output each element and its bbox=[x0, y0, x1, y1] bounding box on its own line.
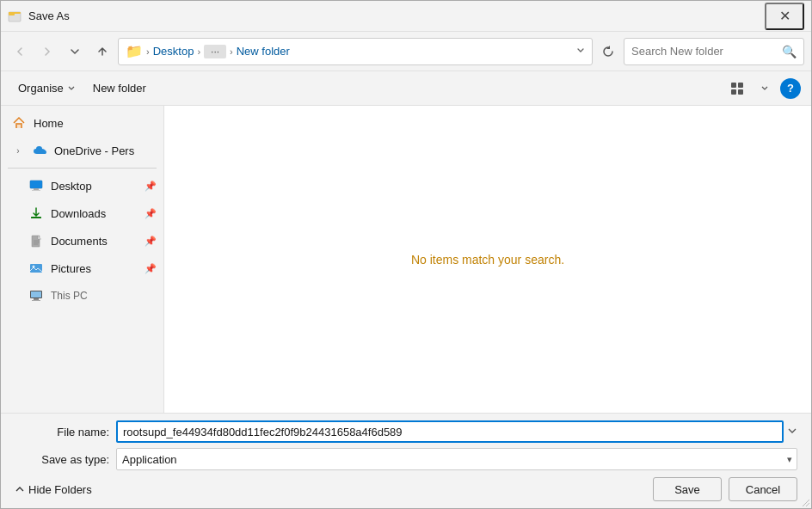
svg-rect-13 bbox=[31, 217, 41, 218]
svg-rect-2 bbox=[9, 12, 21, 14]
sidebar-item-downloads[interactable]: Downloads 📌 bbox=[1, 199, 163, 227]
sidebar-item-onedrive[interactable]: › OneDrive - Pers bbox=[1, 137, 163, 164]
filename-input[interactable] bbox=[116, 420, 784, 443]
close-button[interactable]: ✕ bbox=[765, 3, 804, 30]
sidebar-item-onedrive-label: OneDrive - Pers bbox=[54, 144, 157, 157]
empty-message: No items match your search. bbox=[411, 253, 564, 267]
sidebar-item-desktop-label: Desktop bbox=[51, 180, 138, 193]
organise-button[interactable]: Organise bbox=[11, 77, 83, 101]
computer-icon bbox=[28, 288, 44, 304]
filename-label: File name: bbox=[15, 426, 109, 438]
breadcrumb-newfolder[interactable]: New folder bbox=[237, 45, 290, 58]
sidebar-item-documents[interactable]: Documents 📌 bbox=[1, 227, 163, 254]
dropdown-button[interactable] bbox=[63, 40, 87, 64]
downloads-icon bbox=[28, 205, 44, 221]
up-button[interactable] bbox=[90, 40, 114, 64]
refresh-button[interactable] bbox=[596, 40, 620, 64]
save-button[interactable]: Save bbox=[653, 477, 722, 501]
sidebar-item-desktop[interactable]: Desktop 📌 bbox=[1, 172, 163, 199]
svg-rect-22 bbox=[34, 298, 39, 300]
svg-rect-21 bbox=[31, 291, 41, 297]
svg-rect-10 bbox=[30, 181, 42, 188]
expand-icon: › bbox=[11, 137, 25, 164]
svg-rect-3 bbox=[731, 83, 736, 88]
svg-line-24 bbox=[803, 500, 809, 506]
savetype-select[interactable]: Application bbox=[116, 448, 797, 470]
view-dropdown-button[interactable] bbox=[753, 77, 777, 101]
sidebar-item-thispc[interactable]: This PC bbox=[1, 282, 163, 310]
action-bar: Hide Folders Save Cancel bbox=[15, 477, 797, 501]
content-area: Home › OneDrive - Pers bbox=[1, 106, 811, 413]
home-icon bbox=[11, 115, 27, 131]
sidebar-item-thispc-label: This PC bbox=[51, 290, 157, 302]
sidebar-item-home[interactable]: Home bbox=[1, 109, 163, 137]
sidebar-item-pictures-label: Pictures bbox=[51, 262, 138, 275]
sidebar-item-downloads-label: Downloads bbox=[51, 207, 138, 220]
breadcrumb-bar: 📁 › Desktop › ··· › New folder bbox=[118, 38, 593, 65]
search-input[interactable] bbox=[631, 45, 778, 58]
svg-rect-4 bbox=[738, 83, 743, 88]
resize-handle[interactable] bbox=[799, 496, 811, 508]
help-button[interactable]: ? bbox=[780, 78, 801, 99]
svg-rect-12 bbox=[32, 190, 40, 191]
breadcrumb-desktop[interactable]: Desktop bbox=[153, 45, 194, 58]
dialog-title: Save As bbox=[28, 9, 765, 22]
pictures-icon bbox=[28, 261, 44, 276]
new-folder-button[interactable]: New folder bbox=[86, 77, 153, 101]
forward-button[interactable] bbox=[35, 40, 59, 64]
sidebar-item-pictures[interactable]: Pictures 📌 bbox=[1, 254, 163, 282]
documents-icon bbox=[28, 233, 44, 248]
search-icon: 🔍 bbox=[782, 45, 797, 58]
svg-rect-18 bbox=[30, 264, 42, 273]
svg-rect-8 bbox=[17, 125, 21, 128]
onedrive-icon bbox=[32, 143, 47, 158]
breadcrumb-dropdown[interactable] bbox=[576, 45, 585, 58]
svg-rect-6 bbox=[738, 89, 743, 95]
pin-icon-downloads: 📌 bbox=[145, 208, 157, 219]
filename-dropdown[interactable] bbox=[787, 425, 797, 438]
main-content: No items match your search. bbox=[164, 106, 811, 413]
filename-row: File name: bbox=[15, 420, 797, 443]
svg-rect-11 bbox=[34, 188, 39, 190]
back-button[interactable] bbox=[8, 40, 32, 64]
svg-rect-23 bbox=[32, 300, 40, 301]
pin-icon-docs: 📌 bbox=[145, 236, 157, 247]
nav-bar: 📁 › Desktop › ··· › New folder 🔍 bbox=[1, 32, 811, 71]
folder-icon: 📁 bbox=[126, 43, 143, 59]
search-bar: 🔍 bbox=[624, 38, 804, 65]
toolbar: Organise New folder ? bbox=[1, 71, 811, 106]
desktop-icon bbox=[28, 178, 44, 193]
savetype-row: Save as type: Application ▾ bbox=[15, 448, 797, 470]
view-button[interactable] bbox=[725, 77, 749, 101]
sidebar-item-documents-label: Documents bbox=[51, 235, 138, 248]
svg-rect-5 bbox=[731, 89, 736, 95]
pin-icon-pics: 📌 bbox=[145, 263, 157, 274]
title-bar: Save As ✕ bbox=[1, 1, 811, 32]
breadcrumb-gray[interactable]: ··· bbox=[204, 45, 226, 58]
dialog-icon bbox=[8, 9, 22, 23]
pin-icon: 📌 bbox=[145, 181, 157, 192]
cancel-button[interactable]: Cancel bbox=[729, 477, 797, 501]
hide-folders-button[interactable]: Hide Folders bbox=[15, 483, 92, 496]
svg-line-25 bbox=[806, 503, 809, 506]
savetype-label: Save as type: bbox=[15, 453, 109, 466]
savetype-wrapper: Application ▾ bbox=[116, 448, 797, 470]
bottom-bar: File name: Save as type: Application ▾ H… bbox=[1, 413, 811, 508]
sidebar-item-home-label: Home bbox=[34, 117, 157, 130]
sidebar-divider bbox=[8, 168, 157, 169]
sidebar: Home › OneDrive - Pers bbox=[1, 106, 164, 413]
